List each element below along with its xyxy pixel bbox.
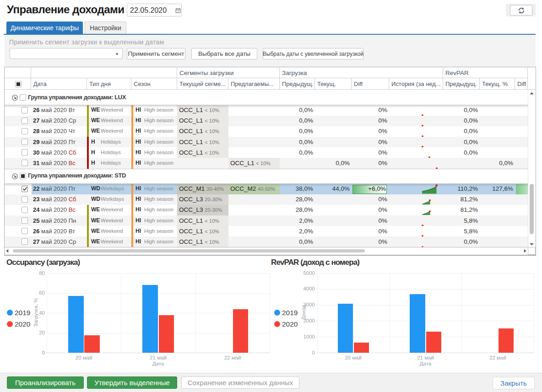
svg-text:7: 7 [177,10,179,13]
